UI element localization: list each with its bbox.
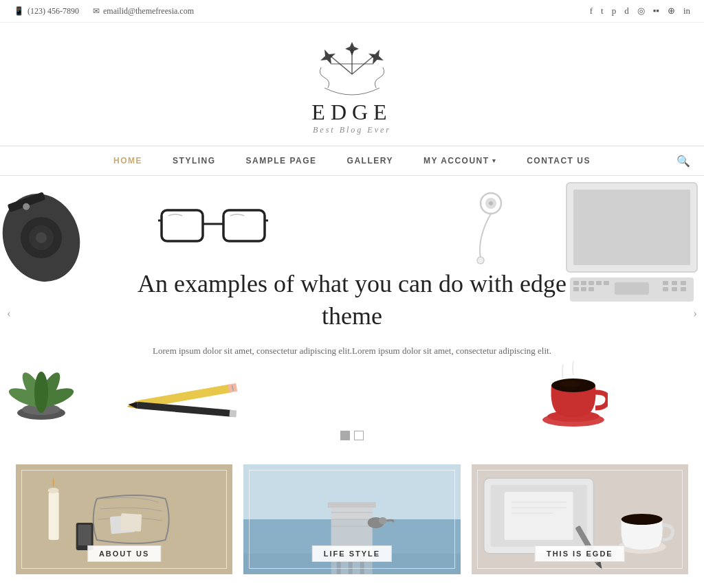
svg-point-89 xyxy=(621,514,662,525)
search-icon[interactable]: 🔍 xyxy=(676,155,690,168)
phone-number: (123) 456-7890 xyxy=(28,6,79,16)
svg-rect-69 xyxy=(328,502,376,508)
phone-icon: 📱 xyxy=(14,6,24,16)
svg-rect-64 xyxy=(78,525,91,545)
top-bar: 📱 (123) 456-7890 ✉ emailid@themefreesia.… xyxy=(0,0,704,23)
hero-content: An examples of what you can do with edge… xyxy=(118,268,586,359)
svg-point-60 xyxy=(48,488,59,493)
nav-my-account[interactable]: MY ACCOUNT ▾ xyxy=(408,146,512,175)
site-tagline: Best Blog Ever xyxy=(0,125,704,135)
hero-description: Lorem ipsum dolor sit amet, consectetur … xyxy=(132,343,572,359)
flickr-icon[interactable]: ▪▪ xyxy=(653,5,659,16)
linkedin-icon[interactable]: in xyxy=(683,5,690,16)
slider-dot-1[interactable] xyxy=(340,431,350,440)
email-address: emailid@themefreesia.com xyxy=(103,6,194,16)
email-icon: ✉ xyxy=(93,6,100,16)
featured-card-about[interactable]: ABOUT US xyxy=(16,464,232,574)
nav-my-account-label: MY ACCOUNT xyxy=(424,156,490,166)
main-nav: HOME STYLING SAMPLE PAGE GALLERY MY ACCO… xyxy=(0,146,704,176)
logo-emblem xyxy=(311,36,393,98)
phone-info: 📱 (123) 456-7890 xyxy=(14,6,79,16)
nav-sample-page[interactable]: SAMPLE PAGE xyxy=(231,146,332,175)
svg-rect-59 xyxy=(49,492,59,540)
top-bar-contact: 📱 (123) 456-7890 ✉ emailid@themefreesia.… xyxy=(14,6,194,16)
nav-styling[interactable]: STYLING xyxy=(157,146,231,175)
hero-slider: An examples of what you can do with edge… xyxy=(0,176,704,451)
slider-dots xyxy=(340,431,364,440)
svg-marker-1 xyxy=(365,46,387,68)
hero-title: An examples of what you can do with edge… xyxy=(132,268,572,332)
featured-card-lifestyle[interactable]: LIFE STYLE xyxy=(243,464,460,574)
nav-gallery[interactable]: GALLERY xyxy=(332,146,408,175)
nav-contact[interactable]: CONTACT US xyxy=(512,146,606,175)
slider-prev-button[interactable]: ‹ xyxy=(1,304,16,324)
twitter-icon[interactable]: t xyxy=(601,5,604,16)
slider-next-button[interactable]: › xyxy=(688,304,703,324)
dropdown-chevron-icon: ▾ xyxy=(492,157,497,164)
svg-line-5 xyxy=(352,56,374,74)
site-title: EDGE xyxy=(0,100,704,125)
svg-line-4 xyxy=(330,56,352,74)
nav-home[interactable]: HOME xyxy=(98,146,157,175)
pinterest-icon[interactable]: p xyxy=(612,5,617,16)
email-info: ✉ emailid@themefreesia.com xyxy=(93,6,194,16)
dribbble-icon[interactable]: d xyxy=(624,5,629,16)
logo-area: EDGE Best Blog Ever xyxy=(0,23,704,146)
svg-rect-62 xyxy=(120,513,142,532)
stumbleupon-icon[interactable]: ⊕ xyxy=(668,5,675,16)
featured-card-edge[interactable]: THIS IS EGDE xyxy=(472,464,688,574)
featured-section: ABOUT US LIFE STY xyxy=(0,451,704,588)
about-card-label: ABOUT US xyxy=(87,545,161,562)
svg-marker-0 xyxy=(317,46,339,68)
instagram-icon[interactable]: ◎ xyxy=(637,5,645,16)
lifestyle-card-label: LIFE STYLE xyxy=(312,545,392,562)
facebook-icon[interactable]: f xyxy=(590,5,593,16)
social-links: f t p d ◎ ▪▪ ⊕ in xyxy=(590,5,690,16)
slider-dot-2[interactable] xyxy=(354,431,364,440)
svg-point-77 xyxy=(379,517,387,524)
edge-card-label: THIS IS EGDE xyxy=(535,545,625,562)
svg-rect-82 xyxy=(504,492,573,540)
